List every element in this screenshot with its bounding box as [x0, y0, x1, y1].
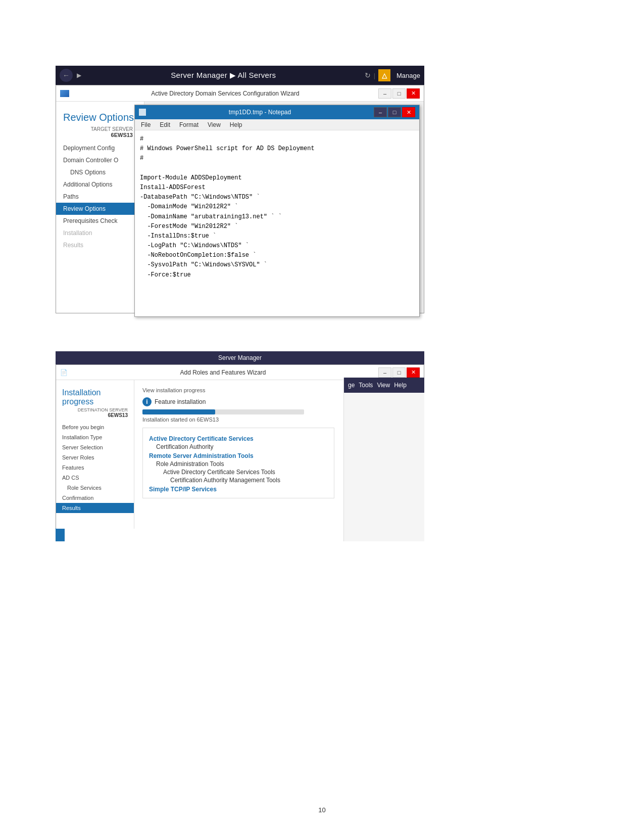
nav-item-installation: Installation: [56, 227, 144, 239]
install-features-box: Active Directory Certificate Services Ce…: [142, 428, 334, 498]
screenshot1: ← ▶ Server Manager ▶ All Servers ↻ | △ M…: [56, 66, 424, 313]
ar-wizard-title: Add Roles and Features Wizard: [68, 369, 378, 376]
server-manager-taskbar: ← ▶ Server Manager ▶ All Servers ↻ | △ M…: [56, 66, 424, 85]
notepad-window-controls: – □ ✕: [374, 107, 415, 117]
ar-nav-server-roles[interactable]: Server Roles: [56, 452, 134, 462]
ar-maximize-button[interactable]: □: [392, 367, 406, 378]
notepad-window: tmp1DD.tmp - Notepad – □ ✕ File Edit For…: [134, 105, 420, 317]
ar-nav-before-begin[interactable]: Before you begin: [56, 422, 134, 432]
notepad-menu-format[interactable]: Format: [175, 120, 203, 129]
ar-nav: Installation progress DESTINATION SERVER…: [56, 380, 134, 529]
ar-win-controls: – □ ✕: [378, 367, 420, 378]
refresh-icon[interactable]: ↻: [365, 71, 371, 79]
nav-item-deployment-config[interactable]: Deployment Config: [56, 142, 144, 154]
manage-button[interactable]: Manage: [397, 72, 420, 79]
progress-bar-fill: [142, 409, 215, 414]
sm-tools-btn[interactable]: Tools: [359, 382, 373, 389]
notepad-menu-file[interactable]: File: [137, 120, 155, 129]
ar-nav-adcs[interactable]: AD CS: [56, 473, 134, 483]
notepad-titlebar: tmp1DD.tmp - Notepad – □ ✕: [135, 105, 419, 119]
nav-item-dns-options[interactable]: DNS Options: [56, 166, 144, 178]
chevron-right-icon: ▶: [77, 72, 81, 79]
feature-ad-cert: Active Directory Certificate Services: [149, 435, 328, 442]
sm-right-toolbar: ge Tools View Help: [344, 378, 424, 393]
sm-view-btn[interactable]: View: [377, 382, 390, 389]
notepad-menu: File Edit Format View Help: [135, 119, 419, 130]
info-icon: i: [142, 397, 152, 406]
feature-install-text: Feature installation: [155, 398, 206, 405]
ar-dest-server-name: 6EWS13: [108, 412, 128, 418]
page-number: 10: [318, 806, 325, 814]
ar-minimize-button[interactable]: –: [378, 367, 391, 378]
ar-nav-confirmation[interactable]: Confirmation: [56, 493, 134, 503]
feature-adcs-tools: Active Directory Certificate Services To…: [149, 469, 328, 476]
notepad-icon: [139, 109, 146, 116]
ar-close-button[interactable]: ✕: [407, 367, 420, 378]
ad-wizard-window: Active Directory Domain Services Configu…: [56, 85, 424, 313]
ar-nav-server-selection[interactable]: Server Selection: [56, 442, 134, 452]
ad-wizard-icon: [60, 90, 69, 97]
feature-role-admin: Role Administration Tools: [149, 460, 328, 468]
notepad-close-button[interactable]: ✕: [402, 107, 415, 117]
sm-topbar: Server Manager: [56, 351, 424, 364]
target-server-label: TARGET SERVER: [91, 125, 137, 132]
maximize-button[interactable]: □: [392, 88, 406, 99]
sm-right-panel: ge Tools View Help: [343, 378, 424, 541]
feature-cert-auth: Certification Authority: [149, 443, 328, 450]
back-button[interactable]: ←: [60, 69, 73, 82]
feature-tcp: Simple TCP/IP Services: [149, 486, 328, 493]
separator: |: [374, 72, 375, 79]
ar-nav-features[interactable]: Features: [56, 462, 134, 473]
feature-rsat: Remote Server Administration Tools: [149, 452, 328, 459]
ar-nav-install-type[interactable]: Installation Type: [56, 432, 134, 442]
notepad-menu-edit[interactable]: Edit: [156, 120, 174, 129]
ar-header-area: Installation progress DESTINATION SERVER…: [56, 384, 134, 422]
notepad-title: tmp1DD.tmp - Notepad: [149, 109, 371, 116]
notepad-content[interactable]: # # Windows PowerShell script for AD DS …: [135, 130, 419, 316]
window-controls: – □ ✕: [378, 88, 420, 99]
sm-topbar-title: Server Manager: [218, 354, 262, 361]
ar-nav-role-services[interactable]: Role Services: [56, 483, 134, 493]
nav-item-paths[interactable]: Paths: [56, 191, 144, 203]
taskbar-icons: ↻ | △ Manage: [365, 69, 420, 81]
notepad-menu-help[interactable]: Help: [226, 120, 246, 129]
screenshot2: Server Manager 📄 Add Roles and Features …: [56, 351, 424, 528]
close-button[interactable]: ✕: [407, 88, 420, 99]
target-server-name: 6EWS13: [111, 132, 137, 138]
warning-icon: △: [378, 69, 390, 81]
nav-item-domain-controller[interactable]: Domain Controller O: [56, 154, 144, 166]
nav-item-additional-options[interactable]: Additional Options: [56, 178, 144, 191]
notepad-minimize-button[interactable]: –: [374, 107, 387, 117]
taskbar-title: Server Manager ▶ All Servers: [85, 71, 362, 80]
feature-ca-mgmt: Certification Authority Management Tools: [149, 477, 328, 484]
notepad-maximize-button[interactable]: □: [388, 107, 401, 117]
wizard-header-area: Review Options TARGET SERVER 6EWS13: [56, 107, 144, 142]
sm-manage-btn[interactable]: ge: [348, 382, 355, 389]
notepad-menu-view[interactable]: View: [204, 120, 225, 129]
wizard-header-title: Review Options: [63, 112, 137, 123]
ar-header-title: Installation progress: [62, 388, 128, 406]
nav-item-review-options[interactable]: Review Options: [56, 203, 144, 215]
ad-wizard-title: Active Directory Domain Services Configu…: [72, 90, 378, 97]
wizard-body: Review Options TARGET SERVER 6EWS13 Depl…: [56, 102, 424, 313]
progress-bar-container: [142, 409, 304, 414]
sm-help-btn[interactable]: Help: [394, 382, 407, 389]
nav-item-results: Results: [56, 239, 144, 251]
nav-item-prerequisites[interactable]: Prerequisites Check: [56, 215, 144, 227]
minimize-button[interactable]: –: [378, 88, 391, 99]
ad-wizard-titlebar: Active Directory Domain Services Configu…: [56, 85, 424, 102]
ar-dest-server-label: DESTINATION SERVER: [78, 407, 128, 412]
wizard-nav: Review Options TARGET SERVER 6EWS13 Depl…: [56, 102, 144, 313]
ar-nav-results[interactable]: Results: [56, 503, 134, 513]
